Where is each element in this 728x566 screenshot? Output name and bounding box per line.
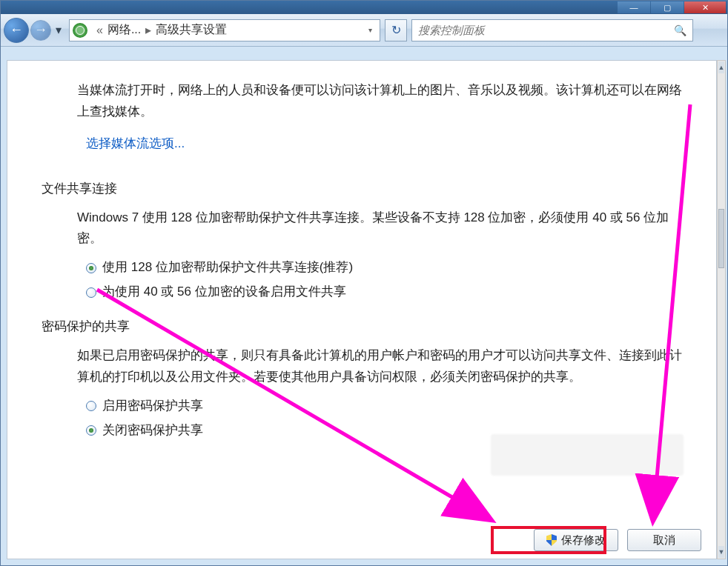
minimize-button[interactable]: —	[618, 1, 650, 13]
breadcrumb-chevrons: «	[96, 24, 103, 37]
forward-arrow-icon: →	[34, 22, 47, 38]
history-dropdown[interactable]: ▾	[53, 18, 64, 43]
password-protected-sharing-title: 密码保护的共享	[42, 316, 686, 338]
search-input[interactable]	[418, 24, 674, 36]
disable-password-sharing-label: 关闭密码保护共享	[102, 420, 203, 442]
window-frame: — ▢ ✕ ← → ▾ « 网络... ▸ 高级共享设置 ▾ ↻ 🔍 当媒体流打…	[0, 0, 728, 566]
save-button-label: 保存修改	[561, 533, 606, 547]
close-button[interactable]: ✕	[684, 1, 726, 13]
vertical-scrollbar[interactable]: ▲ ▼	[717, 60, 726, 559]
uac-shield-icon	[546, 534, 557, 546]
titlebar: — ▢ ✕	[1, 1, 727, 14]
breadcrumb-part-network[interactable]: 网络...	[107, 22, 141, 38]
password-protected-sharing-description: 如果已启用密码保护的共享，则只有具备此计算机的用户帐户和密码的用户才可以访问共享…	[77, 345, 686, 388]
radio-icon	[86, 263, 96, 273]
enable-password-sharing-label: 启用密码保护共享	[102, 396, 203, 417]
chevron-down-icon: ▾	[56, 23, 62, 37]
encryption-128-label: 使用 128 位加密帮助保护文件共享连接(推荐)	[102, 257, 353, 279]
content-area: 当媒体流打开时，网络上的人员和设备便可以访问该计算机上的图片、音乐以及视频。该计…	[7, 61, 716, 517]
radio-icon	[86, 287, 96, 298]
breadcrumb-part-advanced-sharing[interactable]: 高级共享设置	[156, 22, 227, 38]
scroll-down-button[interactable]: ▼	[718, 546, 724, 558]
back-button[interactable]: ←	[4, 18, 29, 43]
scroll-up-button[interactable]: ▲	[718, 61, 724, 73]
chevron-up-icon: ▲	[718, 64, 725, 71]
choose-media-options-link[interactable]: 选择媒体流选项...	[86, 133, 185, 155]
cancel-button-label: 取消	[653, 533, 675, 547]
navigation-bar: ← → ▾ « 网络... ▸ 高级共享设置 ▾ ↻ 🔍	[1, 14, 727, 47]
encryption-40-56-option[interactable]: 为使用 40 或 56 位加密的设备启用文件共享	[86, 282, 686, 303]
maximize-button[interactable]: ▢	[651, 1, 684, 13]
save-changes-button[interactable]: 保存修改	[534, 529, 618, 551]
minimize-icon: —	[630, 3, 638, 12]
file-sharing-connection-description: Windows 7 使用 128 位加密帮助保护文件共享连接。某些设备不支持 1…	[77, 207, 686, 250]
enable-password-sharing-option[interactable]: 启用密码保护共享	[86, 396, 686, 417]
file-sharing-connection-title: 文件共享连接	[42, 179, 686, 200]
search-icon: 🔍	[674, 24, 686, 36]
radio-icon	[86, 401, 96, 411]
refresh-icon: ↻	[391, 23, 401, 37]
encryption-128-option[interactable]: 使用 128 位加密帮助保护文件共享连接(推荐)	[86, 257, 686, 279]
address-dropdown-icon[interactable]: ▾	[364, 26, 377, 34]
maximize-icon: ▢	[664, 3, 671, 13]
content-frame: 当媒体流打开时，网络上的人员和设备便可以访问该计算机上的图片、音乐以及视频。该计…	[7, 60, 717, 559]
forward-button[interactable]: →	[30, 20, 51, 41]
scroll-thumb[interactable]	[718, 209, 724, 268]
breadcrumb-separator-icon: ▸	[145, 23, 151, 37]
refresh-button[interactable]: ↻	[385, 19, 407, 41]
media-stream-description: 当媒体流打开时，网络上的人员和设备便可以访问该计算机上的图片、音乐以及视频。该计…	[77, 80, 686, 123]
button-bar: 保存修改 取消	[534, 529, 701, 551]
search-bar[interactable]: 🔍	[411, 19, 693, 41]
cancel-button[interactable]: 取消	[627, 529, 701, 551]
chevron-down-icon: ▼	[718, 548, 725, 556]
back-arrow-icon: ←	[10, 22, 23, 38]
address-bar[interactable]: « 网络... ▸ 高级共享设置 ▾	[69, 19, 380, 41]
control-panel-icon	[73, 23, 87, 38]
radio-icon	[86, 425, 96, 436]
encryption-40-56-label: 为使用 40 或 56 位加密的设备启用文件共享	[102, 282, 346, 303]
close-icon: ✕	[702, 3, 709, 13]
redacted-region	[491, 434, 684, 476]
